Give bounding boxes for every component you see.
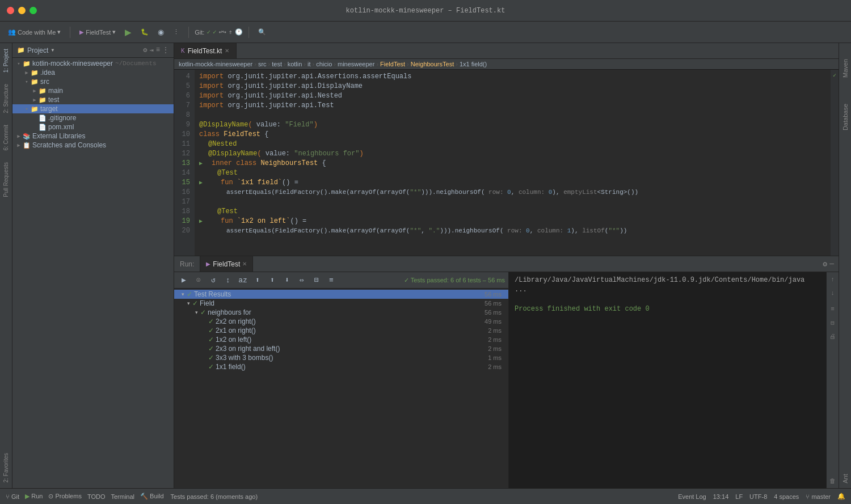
sidebar-item-commit[interactable]: 6: Commit (1, 119, 11, 156)
search-everywhere-btn[interactable]: 🔍 (255, 25, 269, 40)
more-run-options[interactable]: ⋮ (170, 25, 183, 40)
test-item-field[interactable]: ▾ ✓ Field 56 ms (174, 299, 508, 308)
more-icon[interactable]: ⋮ (162, 46, 169, 54)
git-branch-btn[interactable]: ⑂ master (806, 493, 831, 500)
stop-button[interactable]: ⊙ (192, 274, 205, 286)
code-editor[interactable]: 4 5 6 7 8 9 10 11 12 13 14 15 16 17 18 1… (174, 70, 839, 256)
console-scroll-up[interactable]: ↑ (828, 274, 838, 285)
bc-fieldtest[interactable]: FieldTest (380, 61, 405, 67)
bc-src[interactable]: src (258, 61, 267, 67)
expand-icon[interactable]: ⇥ (150, 46, 154, 54)
code-line-15: ▶ fun `1x1 field`() = (199, 178, 831, 188)
run-arrow-15[interactable]: ▶ (199, 178, 203, 188)
terminal-btn[interactable]: Terminal (111, 493, 134, 500)
console-clear[interactable]: 🗑 (828, 476, 838, 486)
settings-icon[interactable]: ⚙ (143, 46, 147, 54)
debug-button[interactable]: 🐛 (137, 25, 152, 40)
bc-minesweeper[interactable]: minesweeper (338, 61, 374, 67)
code-with-me-btn[interactable]: 👥 Code with Me ▾ (5, 25, 64, 40)
tree-ext-libs[interactable]: ▶ 📚 External Libraries (12, 132, 174, 141)
console-scroll-down[interactable]: ↓ (828, 288, 838, 298)
event-log-btn[interactable]: Event Log (678, 493, 706, 500)
indent-btn[interactable]: 4 spaces (774, 493, 799, 500)
rerun-failed-btn[interactable]: ↺ (207, 274, 220, 286)
position-indicator[interactable]: 13:14 (713, 493, 729, 500)
test-item-neighbours[interactable]: ▾ ✓ neighbours for 56 ms (174, 308, 508, 317)
tab-close-icon[interactable]: ✕ (225, 48, 229, 54)
tree-root[interactable]: ▾ 📁 kotlin-mockk-minesweeper ~/Documents (12, 59, 174, 68)
sidebar-item-favorites[interactable]: 2: Favorites (1, 447, 11, 488)
sort-btn[interactable]: ↕ (222, 274, 234, 286)
test-item-4[interactable]: ✓ 3x3 with 3 bombs() 1 ms (174, 353, 508, 362)
tree-gitignore[interactable]: ▶ 📄 .gitignore (12, 113, 174, 122)
maven-tab[interactable]: Maven (840, 54, 850, 82)
database-tab[interactable]: Database (840, 99, 850, 135)
collapse-icon[interactable]: ≡ (156, 46, 160, 54)
minimize-panel-icon[interactable]: — (829, 260, 834, 268)
code-content[interactable]: import org.junit.jupiter.api.Assertions.… (195, 70, 831, 256)
settings-run-icon[interactable]: ⚙ (823, 260, 827, 269)
export-btn[interactable]: ⬆ (251, 274, 264, 286)
bc-it[interactable]: it (307, 61, 311, 67)
line-endings-btn[interactable]: LF (735, 493, 743, 500)
test-label-2: 1x2 on left() (216, 336, 251, 344)
bc-root[interactable]: kotlin-mockk-minesweeper (179, 61, 252, 67)
tree-test[interactable]: ▶ 📁 test (12, 95, 174, 104)
run-with-coverage-btn[interactable]: ◉ (154, 25, 167, 40)
run-button[interactable]: ▶ (121, 25, 135, 40)
console-wrap[interactable]: ≡ (828, 304, 838, 314)
close-button[interactable] (7, 7, 14, 14)
run-status-btn[interactable]: ▶ Run (25, 493, 43, 500)
run-label: Run: (174, 256, 200, 272)
sidebar-item-structure[interactable]: 2: Structure (1, 78, 11, 119)
right-gutter: ✓ (831, 70, 839, 256)
run-tab-close[interactable]: ✕ (242, 261, 247, 267)
git-label: Git: (195, 29, 204, 36)
tree-scratches[interactable]: ▶ 📋 Scratches and Consoles (12, 141, 174, 150)
code-line-6: import org.junit.jupiter.api.Nested (199, 91, 831, 101)
bc-neighbourstest[interactable]: NeighboursTest (411, 61, 454, 67)
tree-src[interactable]: ▾ 📁 src (12, 77, 174, 86)
filter-btn[interactable]: ≡ (325, 274, 338, 286)
fullscreen-button[interactable] (30, 7, 37, 14)
notifications-btn[interactable]: 🔔 (837, 493, 845, 500)
sort-alpha-btn[interactable]: az (237, 274, 249, 286)
tree-main[interactable]: ▶ 📁 main (12, 86, 174, 95)
tab-fieldtest[interactable]: K FieldTest.kt ✕ (174, 43, 237, 58)
console-filter[interactable]: ⊟ (828, 317, 838, 328)
tree-pom[interactable]: ▶ 📄 pom.xml (12, 122, 174, 132)
sidebar-item-project[interactable]: 1: Project (1, 43, 11, 78)
run-config-selector[interactable]: ▶ FieldTest ▾ (76, 25, 119, 40)
next-failed-btn[interactable]: ⬇ (281, 274, 293, 286)
test-item-5[interactable]: ✓ 1x1 field() 2 ms (174, 362, 508, 371)
tree-idea[interactable]: ▶ 📁 .idea (12, 68, 174, 77)
console-output[interactable]: /Library/Java/JavaVirtualMachines/jdk-11… (509, 272, 826, 488)
test-item-3[interactable]: ✓ 2x3 on right and left() 2 ms (174, 344, 508, 353)
bc-chicio[interactable]: chicio (316, 61, 332, 67)
prev-failed-btn[interactable]: ⬆ (266, 274, 279, 286)
collapse-all-btn[interactable]: ⊟ (310, 274, 323, 286)
encoding-btn[interactable]: UTF-8 (749, 493, 767, 500)
build-btn[interactable]: 🔨 Build (140, 493, 164, 500)
test-item-1[interactable]: ✓ 2x1 on right() 2 ms (174, 326, 508, 335)
bc-test[interactable]: test (272, 61, 282, 67)
minimize-button[interactable] (18, 7, 26, 14)
bc-kotlin[interactable]: kotlin (288, 61, 302, 67)
run-tab-fieldtest[interactable]: ▶ FieldTest ✕ (200, 256, 253, 272)
test-item-results[interactable]: ▾ ✓ Test Results 56 ms (174, 290, 508, 299)
test-item-2[interactable]: ✓ 1x2 on left() 2 ms (174, 335, 508, 344)
todo-btn[interactable]: TODO (87, 493, 106, 500)
console-print[interactable]: 🖨 (828, 331, 838, 341)
expand-all-btn[interactable]: ⇔ (296, 274, 308, 286)
tree-target[interactable]: ▾ 📁 target (12, 104, 174, 113)
test-item-0[interactable]: ✓ 2x2 on right() 49 ms (174, 317, 508, 326)
rerun-button[interactable]: ▶ (178, 274, 190, 286)
run-arrow-13[interactable]: ▶ (199, 159, 203, 168)
sidebar-item-pull-requests[interactable]: Pull Requests (1, 156, 11, 203)
run-arrow-19[interactable]: ▶ (199, 217, 203, 226)
ant-tab[interactable]: Ant (840, 469, 850, 488)
bc-1x1field[interactable]: 1x1 field() (460, 61, 487, 67)
git-status-btn[interactable]: ⑂ Git (6, 493, 19, 500)
problems-btn[interactable]: ⊙ Problems (48, 493, 82, 500)
code-line-4: import org.junit.jupiter.api.Assertions.… (199, 72, 831, 82)
